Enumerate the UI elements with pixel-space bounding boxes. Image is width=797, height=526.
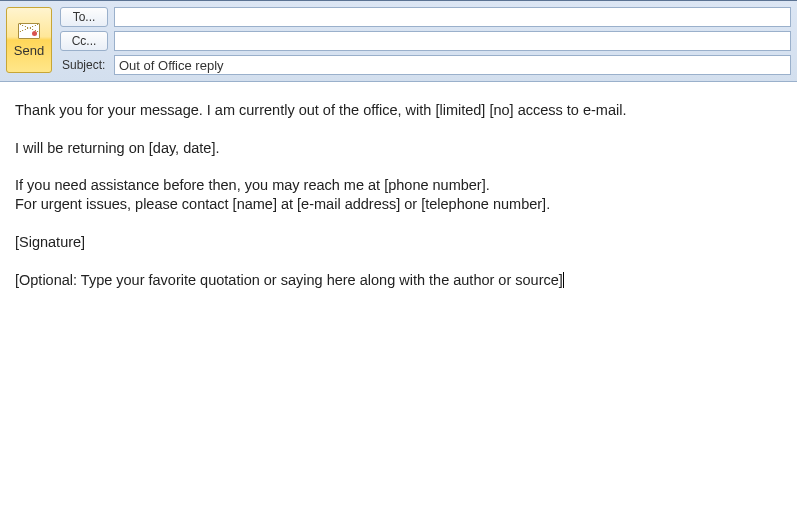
cc-row: Cc... bbox=[60, 31, 791, 51]
body-line: [Signature] bbox=[15, 234, 85, 250]
cc-input[interactable] bbox=[114, 31, 791, 51]
text-caret bbox=[563, 272, 564, 288]
message-body[interactable]: Thank you for your message. I am current… bbox=[0, 82, 797, 516]
to-input[interactable] bbox=[114, 7, 791, 27]
subject-input[interactable] bbox=[114, 55, 791, 75]
send-button[interactable]: Send bbox=[6, 7, 52, 73]
body-line: For urgent issues, please contact [name]… bbox=[15, 196, 550, 212]
body-line: If you need assistance before then, you … bbox=[15, 177, 490, 193]
to-button[interactable]: To... bbox=[60, 7, 108, 27]
body-line: I will be returning on [day, date]. bbox=[15, 140, 219, 156]
body-line: [Optional: Type your favorite quotation … bbox=[15, 272, 563, 288]
compose-header: Send To... Cc... Subject: bbox=[0, 0, 797, 82]
body-line: Thank you for your message. I am current… bbox=[15, 102, 626, 118]
subject-label: Subject: bbox=[60, 58, 108, 72]
envelope-icon bbox=[18, 23, 40, 39]
subject-row: Subject: bbox=[60, 55, 791, 75]
fields-area: To... Cc... Subject: bbox=[60, 7, 791, 75]
cc-button-label: Cc... bbox=[72, 34, 97, 48]
cc-button[interactable]: Cc... bbox=[60, 31, 108, 51]
to-row: To... bbox=[60, 7, 791, 27]
send-button-label: Send bbox=[14, 43, 44, 58]
to-button-label: To... bbox=[73, 10, 96, 24]
